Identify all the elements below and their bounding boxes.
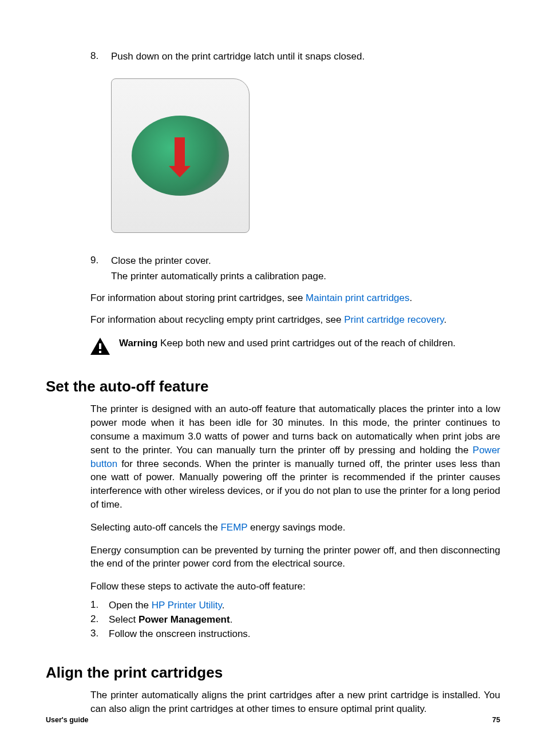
autooff-p2-b: energy savings mode. bbox=[247, 522, 345, 533]
autooff-step-2-num: 2. bbox=[90, 613, 109, 627]
warning-label: Warning bbox=[119, 338, 157, 349]
autooff-step-2-prefix: Select bbox=[109, 614, 139, 625]
autooff-step-2-bold: Power Management bbox=[139, 614, 230, 625]
svg-rect-1 bbox=[99, 343, 101, 349]
info-storing: For information about storing print cart… bbox=[90, 291, 500, 305]
autooff-step-3: 3. Follow the onscreen instructions. bbox=[90, 628, 500, 641]
step-9-subtext: The printer automatically prints a calib… bbox=[111, 270, 500, 283]
step-9-text: Close the printer cover. bbox=[111, 255, 211, 268]
autooff-p4: Follow these steps to activate the auto-… bbox=[90, 580, 500, 593]
step-8-text: Push down on the print cartridge latch u… bbox=[111, 50, 365, 64]
autooff-steps: 1. Open the HP Printer Utility. 2. Selec… bbox=[90, 599, 500, 641]
autooff-step-2: 2. Select Power Management. bbox=[90, 613, 500, 627]
step-9: 9. Close the printer cover. bbox=[90, 255, 500, 268]
figure-down-arrow-icon bbox=[175, 137, 185, 167]
step-9-number: 9. bbox=[90, 255, 111, 268]
info-storing-suffix: . bbox=[410, 292, 413, 303]
warning-text: Warning Keep both new and used print car… bbox=[119, 337, 456, 350]
autooff-p1-a: The printer is designed with an auto-off… bbox=[90, 403, 500, 455]
heading-align-cartridges: Align the print cartridges bbox=[46, 664, 500, 682]
autooff-step-1-num: 1. bbox=[90, 599, 109, 612]
autooff-step-1-prefix: Open the bbox=[109, 600, 152, 611]
autooff-p1-b: for three seconds. When the printer is m… bbox=[90, 458, 500, 510]
link-cartridge-recovery[interactable]: Print cartridge recovery bbox=[344, 314, 444, 325]
autooff-step-2-text: Select Power Management. bbox=[109, 613, 232, 627]
autooff-p2-a: Selecting auto-off cancels the bbox=[90, 522, 220, 533]
link-hp-printer-utility[interactable]: HP Printer Utility bbox=[152, 600, 222, 611]
align-p1: The printer automatically aligns the pri… bbox=[90, 688, 500, 716]
autooff-step-3-num: 3. bbox=[90, 628, 109, 641]
autooff-step-1: 1. Open the HP Printer Utility. bbox=[90, 599, 500, 612]
step-8-number: 8. bbox=[90, 50, 111, 64]
figure-cartridge-latch bbox=[111, 78, 250, 233]
autooff-step-3-text: Follow the onscreen instructions. bbox=[109, 628, 251, 641]
heading-auto-off: Set the auto-off feature bbox=[46, 378, 500, 395]
autooff-step-1-text: Open the HP Printer Utility. bbox=[109, 599, 225, 612]
footer-page-number: 75 bbox=[492, 716, 500, 724]
warning-body: Keep both new and used print cartridges … bbox=[157, 338, 456, 349]
warning-icon bbox=[90, 338, 110, 355]
warning-block: Warning Keep both new and used print car… bbox=[90, 337, 500, 355]
link-maintain-cartridges[interactable]: Maintain print cartridges bbox=[306, 292, 409, 303]
page-footer: User's guide 75 bbox=[46, 716, 500, 724]
autooff-step-2-suffix: . bbox=[230, 614, 233, 625]
page-content: 8. Push down on the print cartridge latc… bbox=[46, 50, 500, 715]
link-femp[interactable]: FEMP bbox=[220, 522, 247, 533]
footer-left: User's guide bbox=[46, 716, 89, 724]
info-recycling-prefix: For information about recycling empty pr… bbox=[90, 314, 344, 325]
info-storing-prefix: For information about storing print cart… bbox=[90, 292, 306, 303]
autooff-step-1-suffix: . bbox=[222, 600, 225, 611]
svg-rect-2 bbox=[99, 351, 101, 353]
autooff-p3: Energy consumption can be prevented by t… bbox=[90, 544, 500, 571]
step-8: 8. Push down on the print cartridge latc… bbox=[90, 50, 500, 64]
info-recycling-suffix: . bbox=[444, 314, 447, 325]
autooff-p1: The printer is designed with an auto-off… bbox=[90, 402, 500, 511]
autooff-p2: Selecting auto-off cancels the FEMP ener… bbox=[90, 521, 500, 535]
info-recycling: For information about recycling empty pr… bbox=[90, 313, 500, 327]
